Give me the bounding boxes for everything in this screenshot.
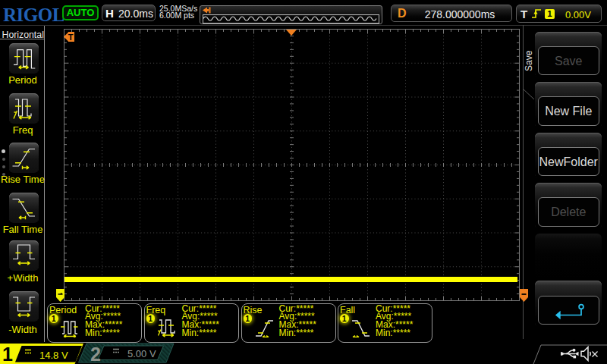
svg-text:2: 2 <box>90 344 101 364</box>
svg-text:1: 1 <box>2 344 13 364</box>
svg-text:5.00 V: 5.00 V <box>127 348 156 359</box>
svg-text:14.8 V: 14.8 V <box>39 350 68 361</box>
svg-text:T: T <box>68 33 74 42</box>
